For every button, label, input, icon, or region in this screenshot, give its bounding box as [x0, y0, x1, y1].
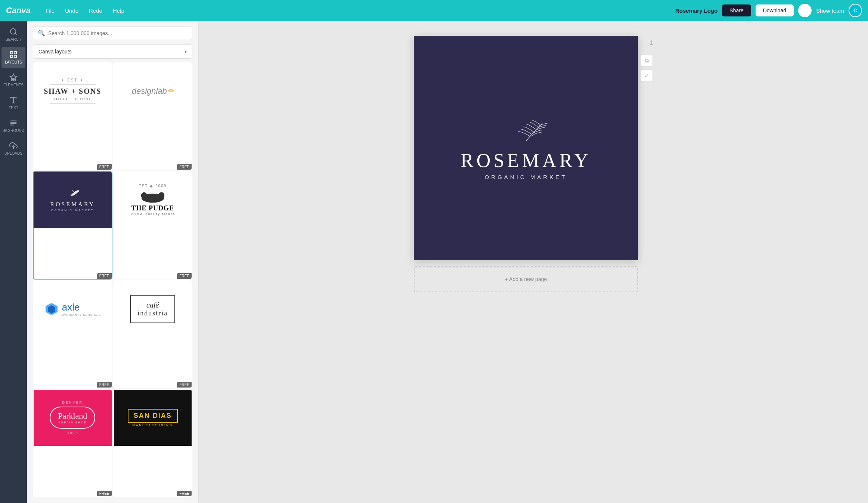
sidebar-label-search: SEARCH	[6, 37, 21, 41]
sidebar-label-uploads: UPLOADS	[4, 151, 22, 155]
free-badge: FREE	[97, 491, 112, 496]
file-menu[interactable]: File	[41, 5, 59, 16]
canvas-area: 1 ⧉ ⤢	[199, 21, 868, 503]
layouts-grid: ✦ EST ✦ SHAW + SONS COFFEE HOUSE FREE de…	[27, 62, 198, 503]
canvas-wrapper: 1 ⧉ ⤢	[414, 36, 638, 292]
page-number: 1	[650, 40, 653, 46]
layout-card-shaw[interactable]: ✦ EST ✦ SHAW + SONS COFFEE HOUSE FREE	[33, 62, 112, 170]
top-menu: File Undo Redo Help	[41, 5, 129, 16]
text-icon	[9, 96, 18, 104]
sidebar-label-text: TEXT	[9, 106, 18, 110]
sidebar-item-background[interactable]: BKGROUND	[1, 115, 25, 136]
free-badge: FREE	[177, 491, 192, 496]
panel-header: 🔍 Canva layouts ▾	[27, 21, 198, 62]
elements-icon	[9, 73, 18, 81]
canva-logo[interactable]: Canva	[6, 6, 31, 15]
layout-preview-designlab: designlab✏	[114, 63, 192, 119]
sidebar-label-layouts: LAYOUTS	[5, 60, 22, 64]
top-navigation: Canva File Undo Redo Help Rosemary Logo …	[0, 0, 868, 21]
layout-preview-parkland: DENVER Parkland REPAIR SHOP 2007	[34, 390, 112, 446]
svg-marker-6	[10, 74, 17, 80]
sidebar-item-text[interactable]: TEXT	[1, 92, 25, 114]
project-title: Rosemary Logo	[675, 7, 717, 14]
search-box[interactable]: 🔍	[33, 26, 192, 40]
layout-card-parkland[interactable]: DENVER Parkland REPAIR SHOP 2007 FREE	[33, 389, 112, 497]
layout-preview-pudge: EST ◆ 2009 THE PUDGE Prime Quality Meats	[114, 172, 192, 228]
topnav-right: Rosemary Logo Share Download Show team C	[675, 4, 862, 17]
svg-rect-5	[14, 55, 16, 58]
layout-card-rosemary[interactable]: ROSEMARY ORGANIC MARKET FREE	[33, 171, 112, 279]
free-badge: FREE	[177, 164, 192, 170]
help-menu[interactable]: Help	[108, 5, 129, 16]
sidebar-item-search[interactable]: SEARCH	[1, 24, 25, 45]
svg-point-23	[155, 194, 158, 197]
svg-rect-2	[10, 52, 13, 54]
layout-card-pudge[interactable]: EST ◆ 2009 THE PUDGE Prime Quality Meats…	[113, 171, 193, 279]
layout-preview-cafe: café industria	[114, 281, 192, 337]
layout-preview-axle: axle WARRANTY SERVICES	[34, 281, 112, 337]
layout-card-designlab[interactable]: designlab✏ FREE	[113, 62, 193, 170]
layouts-panel: 🔍 Canva layouts ▾ ✦ EST ✦ SHAW + SONS CO…	[27, 21, 199, 503]
sidebar-label-background: BKGROUND	[3, 129, 24, 133]
add-page-label: + Add a new page	[505, 276, 547, 282]
add-page-button[interactable]: + Add a new page	[414, 266, 638, 292]
layouts-icon	[9, 50, 18, 59]
svg-point-21	[158, 192, 164, 200]
share-button[interactable]: Share	[722, 4, 751, 16]
sidebar-item-layouts[interactable]: LAYOUTS	[1, 47, 25, 68]
canvas-subtitle: ORGANIC MARKET	[485, 174, 567, 180]
sidebar-item-uploads[interactable]: UPLOADS	[1, 138, 25, 159]
svg-line-1	[15, 33, 16, 35]
copy-tool-button[interactable]: ⧉	[641, 55, 653, 67]
search-icon-panel: 🔍	[38, 30, 45, 37]
search-input[interactable]	[48, 30, 187, 36]
layout-preview-rosemary: ROSEMARY ORGANIC MARKET	[34, 172, 112, 228]
layout-preview-sandias: SAN DIAS MANUFACTURING	[114, 390, 192, 446]
svg-rect-3	[14, 52, 16, 54]
undo-button[interactable]: Undo	[61, 5, 83, 16]
main-body: SEARCH LAYOUTS ELEMENTS TEXT	[0, 21, 868, 503]
download-button[interactable]: Download	[756, 4, 794, 16]
show-team-button[interactable]: Show team	[816, 7, 844, 14]
sidebar-item-elements[interactable]: ELEMENTS	[1, 70, 25, 91]
free-badge: FREE	[97, 382, 112, 388]
user-avatar[interactable]: C	[849, 4, 862, 17]
icon-bar: SEARCH LAYOUTS ELEMENTS TEXT	[0, 21, 27, 503]
canvas-main-title: ROSEMARY	[461, 149, 591, 172]
redo-button[interactable]: Redo	[84, 5, 107, 16]
background-icon	[9, 119, 18, 127]
expand-tool-button[interactable]: ⤢	[641, 70, 653, 81]
layout-card-sandias[interactable]: SAN DIAS MANUFACTURING FREE	[113, 389, 193, 497]
avatar-white[interactable]	[798, 4, 812, 17]
svg-point-22	[148, 194, 150, 197]
right-tools: ⧉ ⤢	[641, 55, 653, 81]
svg-rect-4	[10, 55, 13, 58]
canvas-page[interactable]: ROSEMARY ORGANIC MARKET	[414, 36, 638, 260]
free-badge: FREE	[177, 382, 192, 388]
free-badge: FREE	[97, 273, 112, 279]
chevron-down-icon: ▾	[185, 49, 187, 54]
svg-point-20	[141, 192, 147, 200]
rosemary-herb-graphic	[496, 116, 556, 146]
layout-preview-shaw: ✦ EST ✦ SHAW + SONS COFFEE HOUSE	[34, 63, 112, 119]
free-badge: FREE	[97, 164, 112, 170]
sidebar-label-elements: ELEMENTS	[3, 83, 24, 87]
svg-point-0	[10, 29, 16, 34]
layout-card-axle[interactable]: axle WARRANTY SERVICES FREE	[33, 280, 112, 388]
uploads-icon	[9, 142, 18, 150]
layout-card-cafe[interactable]: café industria FREE	[113, 280, 193, 388]
dropdown-label: Canva layouts	[38, 49, 72, 55]
search-icon	[9, 28, 18, 36]
free-badge: FREE	[177, 273, 192, 279]
layouts-dropdown[interactable]: Canva layouts ▾	[33, 44, 192, 59]
